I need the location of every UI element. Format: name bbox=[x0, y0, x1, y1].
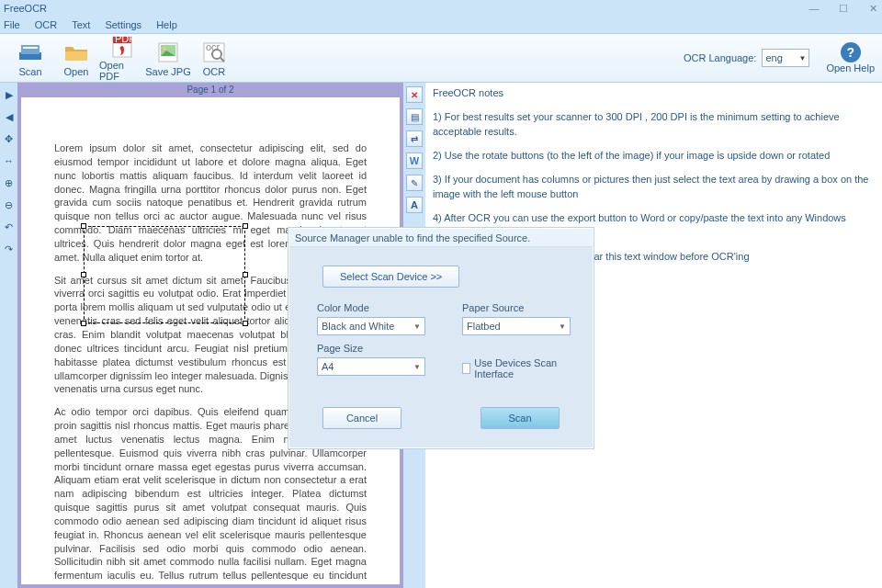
font-button[interactable]: A bbox=[406, 197, 423, 213]
image-icon bbox=[155, 40, 181, 65]
rotate-cw-icon[interactable]: ↷ bbox=[3, 243, 16, 255]
save-jpg-button[interactable]: Save JPG bbox=[145, 35, 191, 81]
clear-text-button[interactable]: ✕ bbox=[406, 86, 423, 103]
dialog-message: Source Manager unable to find the specif… bbox=[289, 229, 593, 247]
open-button[interactable]: Open bbox=[53, 35, 99, 81]
select-scan-device-button[interactable]: Select Scan Device >> bbox=[322, 266, 459, 288]
maximize-button[interactable]: ☐ bbox=[838, 3, 849, 14]
rotate-ccw-icon[interactable]: ↶ bbox=[3, 220, 16, 233]
selection-handle[interactable] bbox=[81, 272, 86, 277]
ocr-button[interactable]: ocr OCR bbox=[191, 35, 237, 81]
selection-handle[interactable] bbox=[243, 223, 248, 229]
open-help-button[interactable]: ? Open Help bbox=[826, 42, 875, 74]
zoom-in-icon[interactable]: ⊕ bbox=[3, 176, 16, 189]
paper-source-select[interactable]: Flatbed▼ bbox=[462, 317, 571, 335]
selection-box[interactable] bbox=[84, 226, 245, 323]
scan-confirm-button[interactable]: Scan bbox=[481, 407, 560, 429]
lang-select[interactable]: eng▼ bbox=[762, 49, 809, 67]
help-icon: ? bbox=[841, 42, 861, 62]
ocr-page-button[interactable]: ▤ bbox=[406, 108, 423, 125]
zoom-out-icon[interactable]: ⊖ bbox=[3, 198, 16, 211]
menu-ocr[interactable]: OCR bbox=[35, 19, 57, 30]
notes-line: 1) For best results set your scanner to … bbox=[433, 110, 875, 140]
use-device-checkbox[interactable] bbox=[462, 363, 470, 374]
menu-help[interactable]: Help bbox=[156, 19, 177, 30]
page-size-label: Page Size bbox=[317, 343, 425, 354]
color-mode-select[interactable]: Black and White▼ bbox=[317, 317, 425, 335]
page-header: Page 1 of 2 bbox=[17, 83, 403, 97]
svg-rect-2 bbox=[23, 47, 38, 49]
cancel-button[interactable]: Cancel bbox=[322, 407, 401, 429]
ocr-all-button[interactable]: ⇄ bbox=[406, 130, 423, 147]
move-icon[interactable]: ✥ bbox=[3, 132, 16, 145]
export-word-button[interactable]: W bbox=[406, 153, 423, 169]
close-button[interactable]: ✕ bbox=[867, 3, 878, 14]
color-mode-label: Color Mode bbox=[317, 302, 425, 313]
use-device-label: Use Devices Scan Interface bbox=[474, 357, 565, 379]
lang-label: OCR Language: bbox=[684, 52, 757, 63]
svg-text:PDF: PDF bbox=[115, 35, 133, 44]
folder-icon bbox=[63, 40, 89, 65]
notes-line: 3) If your document has columns or pictu… bbox=[433, 173, 875, 202]
page-size-select[interactable]: A4▼ bbox=[317, 357, 425, 376]
paper-source-label: Paper Source bbox=[462, 302, 571, 313]
svg-point-8 bbox=[163, 47, 166, 51]
window-title: FreeOCR bbox=[4, 3, 808, 14]
scanner-icon bbox=[17, 40, 43, 65]
arrow-right-icon[interactable]: ▶ bbox=[3, 88, 16, 101]
resize-icon[interactable]: ↔ bbox=[3, 154, 16, 167]
chevron-down-icon: ▼ bbox=[413, 363, 421, 371]
arrow-left-icon[interactable]: ◀ bbox=[3, 110, 16, 123]
ocr-icon: ocr bbox=[201, 40, 227, 65]
menu-settings[interactable]: Settings bbox=[105, 19, 141, 30]
selection-handle[interactable] bbox=[81, 321, 86, 326]
pdf-icon: PDF bbox=[109, 35, 135, 59]
notes-line: 2) Use the rotate buttons (to the left o… bbox=[433, 149, 875, 164]
scan-dialog: Source Manager unable to find the specif… bbox=[288, 228, 594, 448]
notes-title: FreeOCR notes bbox=[433, 86, 875, 101]
svg-rect-1 bbox=[21, 45, 40, 54]
minimize-button[interactable]: — bbox=[808, 3, 820, 14]
selection-handle[interactable] bbox=[243, 272, 248, 277]
menu-text[interactable]: Text bbox=[72, 19, 90, 30]
menu-file[interactable]: File bbox=[4, 19, 20, 30]
export-rtf-button[interactable]: ✎ bbox=[406, 175, 423, 191]
scan-button[interactable]: Scan bbox=[7, 35, 53, 81]
chevron-down-icon: ▼ bbox=[413, 322, 421, 331]
open-pdf-button[interactable]: PDF Open PDF bbox=[99, 35, 145, 81]
chevron-down-icon: ▼ bbox=[559, 322, 566, 331]
selection-handle[interactable] bbox=[81, 223, 86, 229]
selection-handle[interactable] bbox=[243, 321, 248, 326]
chevron-down-icon: ▼ bbox=[798, 54, 806, 62]
